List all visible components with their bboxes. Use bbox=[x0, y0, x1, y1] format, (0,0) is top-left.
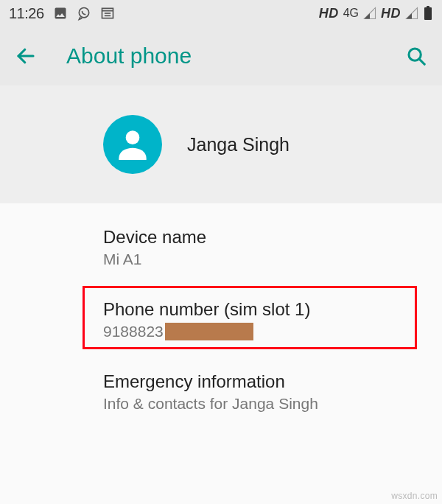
emergency-title: Emergency information bbox=[103, 371, 420, 392]
redaction-block bbox=[165, 323, 253, 340]
watermark: wsxdn.com bbox=[391, 491, 438, 501]
list-item-emergency[interactable]: Emergency information Info & contacts fo… bbox=[0, 355, 442, 427]
back-icon[interactable] bbox=[15, 45, 37, 67]
battery-icon bbox=[423, 6, 433, 21]
device-name-title: Device name bbox=[103, 227, 420, 248]
page-title: About phone bbox=[66, 43, 376, 69]
phone-number-title: Phone number (sim slot 1) bbox=[103, 299, 420, 320]
net-label: 4G bbox=[343, 7, 359, 20]
search-icon[interactable] bbox=[405, 45, 427, 67]
svg-rect-5 bbox=[424, 7, 432, 20]
avatar bbox=[103, 115, 162, 174]
svg-point-10 bbox=[126, 130, 140, 144]
profile-name: Janga Singh bbox=[187, 134, 290, 155]
news-icon bbox=[100, 6, 115, 21]
hd-indicator-2: HD bbox=[381, 6, 401, 21]
list-item-device-name[interactable]: Device name Mi A1 bbox=[0, 211, 442, 283]
status-clock: 11:26 bbox=[9, 5, 44, 22]
svg-rect-6 bbox=[427, 6, 429, 8]
status-bar: 11:26 HD 4G HD bbox=[0, 0, 442, 27]
svg-line-9 bbox=[419, 59, 424, 64]
hd-indicator-1: HD bbox=[319, 6, 339, 21]
phone-number-value-wrap: 9188823 bbox=[103, 323, 420, 340]
signal-icon-2 bbox=[405, 7, 418, 20]
profile-section[interactable]: Janga Singh bbox=[0, 85, 442, 203]
device-name-value: Mi A1 bbox=[103, 251, 420, 268]
app-bar: About phone bbox=[0, 27, 442, 85]
status-bar-left: 11:26 bbox=[9, 5, 115, 22]
signal-icon-1 bbox=[363, 7, 376, 20]
whatsapp-icon bbox=[77, 6, 91, 21]
svg-point-0 bbox=[79, 8, 88, 18]
list-item-phone-number[interactable]: Phone number (sim slot 1) 9188823 bbox=[0, 283, 442, 355]
image-icon bbox=[53, 6, 68, 21]
status-bar-right: HD 4G HD bbox=[319, 6, 433, 21]
emergency-value: Info & contacts for Janga Singh bbox=[103, 395, 420, 413]
settings-list: Device name Mi A1 Phone number (sim slot… bbox=[0, 203, 442, 427]
phone-number-value: 9188823 bbox=[103, 323, 164, 340]
